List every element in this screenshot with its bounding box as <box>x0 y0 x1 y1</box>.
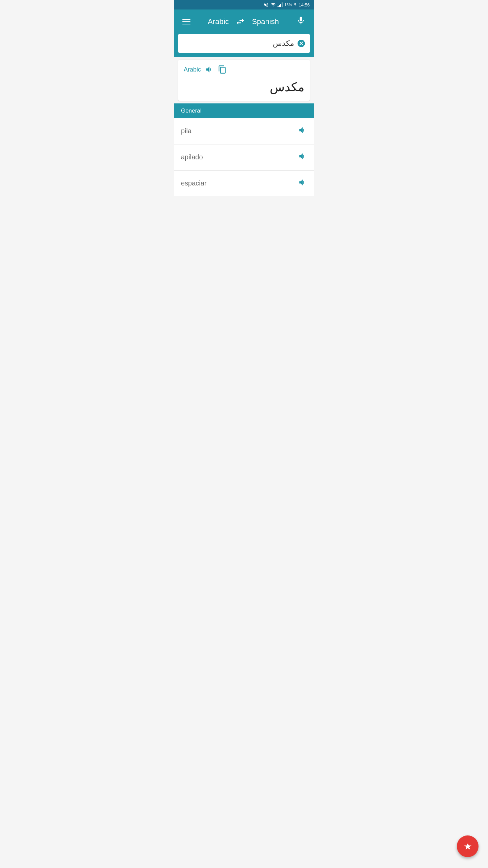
search-container <box>174 34 314 57</box>
general-label: General <box>181 107 201 114</box>
hamburger-line-1 <box>182 19 190 20</box>
apilado-sound-button[interactable] <box>298 152 307 163</box>
results-list: pila apilado espaciar <box>174 118 314 196</box>
status-icons: 16% 14:56 <box>263 2 310 7</box>
result-item-apilado[interactable]: apilado <box>174 144 314 171</box>
mute-icon <box>263 2 269 7</box>
status-time: 14:56 <box>299 2 310 7</box>
search-input[interactable] <box>182 39 294 48</box>
arabic-source-text: مكدس <box>184 79 304 95</box>
signal-bars <box>278 2 283 7</box>
clear-button[interactable] <box>297 39 306 48</box>
swap-languages-button[interactable] <box>236 17 245 26</box>
hamburger-menu-button[interactable] <box>180 16 193 27</box>
battery-indicator: 16% <box>284 3 292 7</box>
translation-card: Arabic مكدس <box>178 60 310 101</box>
card-actions <box>205 65 227 74</box>
charging-icon <box>293 2 297 7</box>
card-language: Arabic <box>184 66 201 73</box>
card-header: Arabic <box>184 65 304 74</box>
source-language[interactable]: Arabic <box>208 17 229 26</box>
pila-sound-button[interactable] <box>298 126 307 137</box>
status-bar: 16% 14:56 <box>174 0 314 9</box>
hamburger-line-3 <box>182 24 190 24</box>
microphone-button[interactable] <box>293 13 308 31</box>
wifi-icon <box>270 2 276 7</box>
result-word-pila: pila <box>181 127 191 135</box>
target-language[interactable]: Spanish <box>252 17 279 26</box>
language-selector: Arabic Spanish <box>193 17 293 26</box>
result-item-pila[interactable]: pila <box>174 118 314 144</box>
copy-button[interactable] <box>218 65 227 74</box>
hamburger-line-2 <box>182 21 190 22</box>
arabic-sound-button[interactable] <box>205 65 214 74</box>
result-word-apilado: apilado <box>181 153 203 161</box>
app-bar: Arabic Spanish <box>174 9 314 34</box>
general-section-header: General <box>174 103 314 118</box>
espaciar-sound-button[interactable] <box>298 178 307 189</box>
search-box <box>178 34 310 53</box>
result-word-espaciar: espaciar <box>181 179 207 187</box>
result-item-espaciar[interactable]: espaciar <box>174 171 314 196</box>
